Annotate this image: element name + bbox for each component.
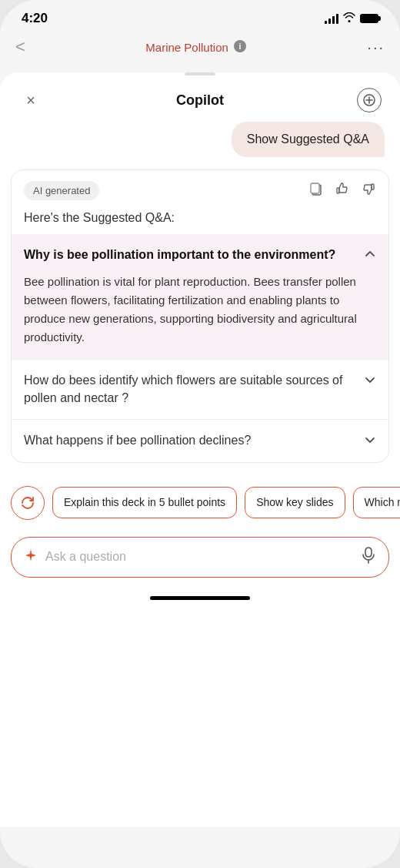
main-container: × Copilot Show Suggested Q&A AI generate…	[0, 72, 400, 827]
qa-question-row-3: What happens if bee pollination declines…	[24, 432, 376, 449]
copilot-header: × Copilot	[0, 75, 400, 122]
intro-text: Here's the Suggested Q&A:	[12, 208, 388, 234]
chevron-up-icon[interactable]	[364, 248, 376, 263]
close-button[interactable]: ×	[18, 88, 43, 112]
sparkle-icon	[24, 548, 38, 566]
status-icons	[325, 12, 378, 25]
ai-actions	[308, 181, 376, 200]
suggestion-chip-3[interactable]: Which marine...	[353, 487, 400, 518]
ask-input-bar[interactable]: Ask a question	[11, 537, 389, 578]
wifi-icon	[343, 12, 355, 25]
qa-question-1: Why is bee pollination important to the …	[24, 246, 356, 263]
qa-item-expanded[interactable]: Why is bee pollination important to the …	[12, 234, 388, 359]
suggestion-chip-1[interactable]: Explain this deck in 5 bullet points	[52, 487, 237, 518]
home-indicator	[150, 596, 250, 600]
thumbs-up-icon[interactable]	[335, 181, 350, 200]
more-button[interactable]: ···	[367, 39, 385, 56]
input-area: Ask a question	[0, 529, 400, 588]
thumbs-down-icon[interactable]	[361, 181, 376, 200]
ai-card-header: AI generated	[12, 170, 388, 208]
back-button[interactable]: <	[15, 37, 25, 57]
svg-rect-8	[372, 184, 374, 189]
ask-placeholder[interactable]: Ask a question	[45, 550, 353, 564]
svg-text:i: i	[238, 42, 241, 51]
user-bubble-row: Show Suggested Q&A	[0, 122, 400, 169]
battery-icon	[360, 14, 378, 23]
qa-item-collapsed-2[interactable]: How do bees identify which flowers are s…	[12, 359, 388, 419]
qa-question-2: How do bees identify which flowers are s…	[24, 372, 356, 407]
nav-title-text: Marine Pollution	[145, 41, 228, 54]
mic-icon[interactable]	[361, 547, 376, 568]
svg-rect-6	[311, 183, 319, 193]
chevron-down-icon-3[interactable]	[364, 434, 376, 449]
user-message-bubble: Show Suggested Q&A	[232, 122, 385, 157]
chevron-down-icon-2[interactable]	[364, 374, 376, 389]
qa-question-3: What happens if bee pollination declines…	[24, 432, 356, 449]
refresh-button[interactable]	[11, 486, 45, 520]
svg-rect-9	[365, 548, 372, 557]
top-nav: < Marine Pollution i ···	[0, 32, 400, 65]
status-bar: 4:20	[0, 0, 400, 32]
copilot-title: Copilot	[176, 92, 224, 109]
suggestion-chip-2[interactable]: Show key slides	[245, 487, 345, 518]
qa-item-collapsed-3[interactable]: What happens if bee pollination declines…	[12, 419, 388, 461]
ai-generated-badge: AI generated	[24, 181, 99, 200]
suggestions-area: Explain this deck in 5 bullet points Sho…	[0, 475, 400, 529]
svg-rect-7	[337, 188, 339, 193]
qa-question-row-2: How do bees identify which flowers are s…	[24, 372, 376, 407]
phone-frame: 4:20 < Marine Pollution	[0, 0, 400, 868]
new-chat-button[interactable]	[357, 88, 382, 112]
qa-answer-1: Bee pollination is vital for plant repro…	[24, 273, 376, 347]
qa-question-row: Why is bee pollination important to the …	[24, 246, 376, 263]
copy-icon[interactable]	[308, 181, 324, 200]
nav-info-icon: i	[233, 39, 247, 55]
status-time: 4:20	[22, 11, 48, 26]
signal-icon	[325, 13, 338, 24]
nav-title: Marine Pollution i	[145, 39, 247, 55]
ai-response-card: AI generated	[11, 169, 389, 463]
